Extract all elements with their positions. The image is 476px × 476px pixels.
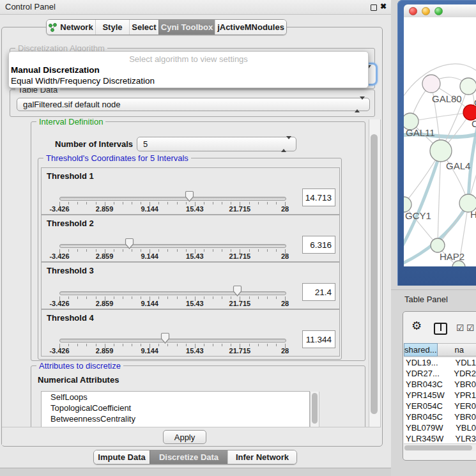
tab-network[interactable]: Network [47, 20, 95, 35]
tab-infer-network[interactable]: Infer Network [227, 450, 296, 464]
cell-shared-name[interactable]: YDR27... [404, 369, 452, 380]
number-of-intervals-label: Number of Intervals [55, 139, 133, 149]
tick-mark [158, 249, 159, 252]
threshold-value-field[interactable]: 6.316 [302, 236, 335, 254]
threshold-slider-track[interactable] [59, 339, 286, 342]
table-body[interactable]: YDL19...YDL1YDR27...YDR2YBR043CYBR0YPR14… [404, 358, 476, 447]
tab-discretize-data[interactable]: Discretize Data [150, 450, 227, 464]
option-manual-discretization[interactable]: Manual Discretization [11, 65, 100, 75]
network-node-gal4[interactable] [430, 140, 452, 162]
cell-name[interactable]: YPR1 [453, 390, 476, 401]
tab-impute-data[interactable]: Impute Data [94, 450, 150, 464]
zoom-traffic-light-icon[interactable] [434, 7, 443, 15]
tab-cyni-toolbox[interactable]: Cyni Toolbox [158, 20, 215, 35]
cell-shared-name[interactable]: YBR045C [404, 412, 453, 423]
column-header-name[interactable]: na [438, 343, 476, 357]
threshold-label: Threshold 4 [47, 313, 94, 323]
threshold-slider-thumb[interactable] [124, 238, 135, 252]
threshold-value-field[interactable]: 21.4 [302, 283, 335, 301]
select-all-icon[interactable]: ☑ [466, 323, 475, 332]
threshold-slider-thumb[interactable] [160, 332, 171, 347]
attributes-scrollbar-thumb[interactable] [312, 393, 318, 424]
network-node-gal80[interactable] [422, 75, 440, 93]
attributes-scrollbar[interactable] [310, 392, 319, 427]
tick-mark [204, 202, 204, 204]
tick-mark [231, 344, 231, 346]
threshold-panel: Threshold 4-3.4262.8599.14415.4321.71528… [41, 309, 340, 357]
cell-name[interactable]: YBL0 [454, 423, 476, 434]
control-panel-titlebar: Control Panel ✖ [0, 0, 391, 15]
settings-scrollbar-thumb[interactable] [371, 134, 378, 414]
threshold-slider-track[interactable] [59, 291, 286, 295]
apply-strip: Apply [2, 427, 381, 445]
tick-mark [276, 202, 277, 204]
table-row[interactable]: YDR27...YDR2 [404, 369, 476, 380]
select-columns-icon[interactable]: ☑ [456, 323, 464, 332]
tick-label: -3.426 [49, 300, 69, 307]
table-row[interactable]: YBR045CYBR0 [404, 412, 476, 423]
threshold-slider-track[interactable] [59, 197, 286, 201]
numerical-attributes-list[interactable]: SelfLoopsTopologicalCoefficientBetweenne… [41, 391, 310, 429]
threshold-value-field[interactable]: 11.344 [302, 330, 335, 348]
tick-label: 21.715 [229, 300, 251, 307]
network-node-label: H [470, 209, 476, 220]
control-panel-title: Control Panel [5, 2, 56, 12]
tick-mark [177, 296, 178, 299]
minimize-traffic-light-icon[interactable] [422, 7, 430, 15]
tick-mark [86, 344, 87, 346]
threshold-slider-track[interactable] [59, 244, 286, 248]
tab-style[interactable]: Style [95, 20, 129, 35]
split-columns-icon[interactable] [434, 323, 447, 335]
number-of-intervals-select[interactable]: 5 [137, 137, 296, 151]
cell-shared-name[interactable]: YPR145W [404, 390, 453, 401]
attribute-item[interactable]: SelfLoops [42, 392, 309, 403]
table-row[interactable]: YBR043CYBR0 [404, 380, 476, 390]
tab-jactivemnodules[interactable]: jActiveMNodules [215, 20, 286, 35]
tick-mark [68, 344, 69, 346]
network-window-titlebar[interactable] [404, 4, 476, 18]
cell-name[interactable]: YBR0 [453, 412, 476, 423]
tick-label: 28 [281, 205, 289, 213]
tick-label: 15.43 [186, 205, 204, 213]
gear-icon[interactable]: ⚙ [411, 320, 422, 332]
cell-name[interactable]: YDL1 [454, 358, 476, 369]
apply-button[interactable]: Apply [163, 430, 206, 444]
tick-mark [231, 202, 231, 204]
cell-shared-name[interactable]: YBL079W [404, 423, 454, 434]
tick-mark [249, 202, 250, 204]
table-row[interactable]: YER054CYER0 [404, 401, 476, 412]
threshold-slider-thumb[interactable] [232, 285, 243, 300]
threshold-value-field[interactable]: 14.713 [302, 188, 335, 206]
column-header-shared-name[interactable]: shared... [404, 343, 438, 357]
cell-name[interactable]: YER0 [453, 401, 476, 412]
cell-name[interactable]: YBR0 [453, 380, 476, 390]
tab-select[interactable]: Select [129, 20, 158, 35]
cell-shared-name[interactable]: YDL19... [404, 358, 454, 369]
cell-shared-name[interactable]: YBR043C [404, 380, 453, 390]
tab-label: Select [132, 22, 156, 32]
network-edge[interactable] [410, 112, 471, 121]
network-edge[interactable] [438, 151, 441, 245]
threshold-slider-thumb[interactable] [184, 190, 195, 205]
tick-mark [86, 202, 87, 204]
network-canvas[interactable]: GAL80GACGAL11GAL4GCY1HHAP2 [404, 17, 476, 266]
algorithm-placeholder-option[interactable]: Select algorithm to view settings [9, 54, 368, 64]
network-node-ga[interactable] [460, 78, 476, 95]
table-row[interactable]: YDL19...YDL1 [404, 358, 476, 369]
attribute-item[interactable]: BetweennessCentrality [42, 413, 309, 424]
attribute-item[interactable]: TopologicalCoefficient [42, 403, 309, 413]
table-hscrollbar[interactable] [404, 443, 476, 451]
cell-name[interactable]: YDR2 [452, 369, 476, 380]
cell-shared-name[interactable]: YER054C [404, 401, 453, 412]
network-node-hap2[interactable] [431, 238, 445, 252]
option-equal-width-frequency[interactable]: Equal Width/Frequency Discretization [11, 76, 155, 86]
table-row[interactable]: YBL079WYBL0 [404, 423, 476, 434]
table-data-select[interactable]: galFiltered.sif default node [17, 98, 370, 111]
close-traffic-light-icon[interactable] [409, 7, 417, 15]
settings-scrollbar[interactable] [369, 119, 381, 445]
float-window-icon[interactable] [371, 4, 377, 11]
close-icon[interactable]: ✖ [380, 2, 387, 11]
tick-mark [167, 202, 168, 204]
table-hscrollbar-thumb[interactable] [404, 445, 472, 450]
table-row[interactable]: YPR145WYPR1 [404, 390, 476, 401]
